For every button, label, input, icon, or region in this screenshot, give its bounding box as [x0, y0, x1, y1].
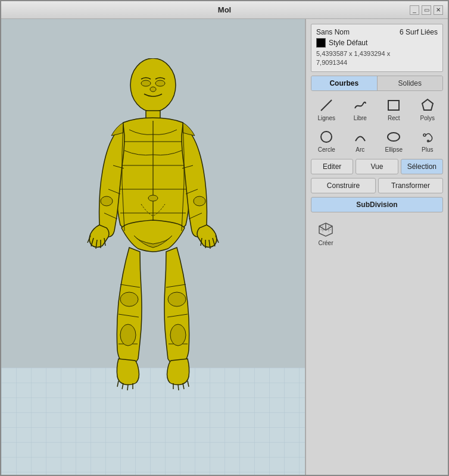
svg-point-33	[120, 292, 138, 306]
creer-tool[interactable]: Créer	[313, 218, 338, 249]
right-panel: Sans Nom 6 Surf Liées Style Défaut 5,439…	[305, 19, 448, 475]
tool-cercle[interactable]: Cercle	[311, 126, 342, 155]
tool-plus[interactable]: Plus	[412, 126, 444, 155]
svg-point-46	[170, 324, 186, 346]
tool-libre[interactable]: Libre	[345, 95, 376, 124]
arc-label: Arc	[356, 146, 364, 153]
info-box: Sans Nom 6 Surf Liées Style Défaut 5,439…	[311, 24, 443, 72]
selection-button[interactable]: Sélection	[401, 159, 443, 174]
style-row: Style Défaut	[316, 38, 438, 48]
svg-point-0	[130, 58, 176, 112]
lignes-label: Lignes	[318, 115, 335, 121]
svg-point-34	[168, 292, 186, 306]
svg-point-2	[155, 80, 165, 86]
rect-icon	[385, 97, 402, 114]
tool-ellipse[interactable]: Ellipse	[378, 126, 410, 155]
style-name: Style Défaut	[329, 39, 367, 47]
svg-point-50	[321, 131, 332, 142]
subdivision-header: SubDivision	[311, 197, 443, 212]
tool-lignes[interactable]: Lignes	[311, 95, 342, 124]
window-controls: _ ▭ ✕	[410, 5, 443, 15]
polys-label: Polys	[420, 115, 435, 121]
svg-point-3	[150, 87, 156, 92]
tools-grid: Lignes Libre	[311, 95, 443, 155]
restore-button[interactable]: ▭	[422, 5, 431, 15]
mode-tabs: Courbes Solides	[311, 76, 443, 91]
libre-icon	[352, 97, 369, 114]
svg-point-10	[148, 195, 158, 201]
svg-point-45	[120, 324, 136, 346]
tool-arc[interactable]: Arc	[345, 126, 376, 155]
creer-label: Créer	[318, 240, 333, 246]
cercle-label: Cercle	[318, 146, 335, 153]
svg-line-35	[117, 381, 119, 387]
minimize-button[interactable]: _	[410, 5, 419, 15]
window-title: Mol	[218, 5, 231, 14]
construire-button[interactable]: Construire	[311, 178, 376, 193]
main-area: Sans Nom 6 Surf Liées Style Défaut 5,439…	[1, 19, 448, 475]
tool-rect[interactable]: Rect	[378, 95, 410, 124]
svg-point-44	[194, 196, 205, 206]
plus-label: Plus	[422, 146, 433, 153]
rect-label: Rect	[388, 115, 400, 121]
vue-button[interactable]: Vue	[356, 159, 398, 174]
app-window: Mol _ ▭ ✕	[0, 0, 449, 476]
ellipse-label: Ellipse	[385, 146, 403, 153]
viewport[interactable]	[1, 19, 305, 475]
libre-label: Libre	[354, 115, 367, 121]
editer-button[interactable]: Editer	[311, 159, 353, 174]
plus-icon	[419, 129, 436, 145]
surface-count: 6 Surf Liées	[400, 28, 438, 36]
transformer-button[interactable]: Transformer	[378, 178, 443, 193]
ellipse-icon	[385, 129, 402, 145]
subdivision-tools: Créer	[311, 216, 443, 251]
svg-line-36	[122, 383, 123, 389]
title-bar: Mol _ ▭ ✕	[1, 1, 448, 19]
svg-marker-49	[422, 99, 433, 110]
close-button[interactable]: ✕	[434, 5, 443, 15]
svg-line-41	[178, 384, 179, 390]
svg-line-40	[183, 383, 184, 389]
svg-point-52	[423, 134, 426, 136]
object-dimensions: 5,4393587 x 1,4393294 x7,9091344	[316, 49, 438, 68]
svg-point-1	[141, 80, 151, 86]
tool-polys[interactable]: Polys	[412, 95, 444, 124]
style-swatch	[316, 38, 326, 48]
tab-solides[interactable]: Solides	[378, 76, 443, 90]
action-row-1: Editer Vue Sélection	[311, 159, 443, 174]
tab-courbes[interactable]: Courbes	[311, 76, 378, 90]
arc-icon	[352, 129, 369, 145]
cercle-icon	[318, 129, 335, 145]
svg-line-47	[321, 100, 332, 111]
action-row-2: Construire Transformer	[311, 178, 443, 193]
human-figure	[70, 58, 236, 392]
svg-point-51	[388, 133, 400, 141]
svg-line-39	[188, 381, 189, 387]
object-name: Sans Nom	[316, 28, 350, 36]
svg-point-43	[101, 196, 113, 206]
lignes-icon	[318, 97, 335, 114]
polys-icon	[419, 97, 436, 114]
svg-line-37	[127, 384, 128, 390]
creer-icon	[317, 221, 335, 239]
info-name-row: Sans Nom 6 Surf Liées	[316, 28, 438, 36]
svg-rect-48	[388, 101, 399, 110]
